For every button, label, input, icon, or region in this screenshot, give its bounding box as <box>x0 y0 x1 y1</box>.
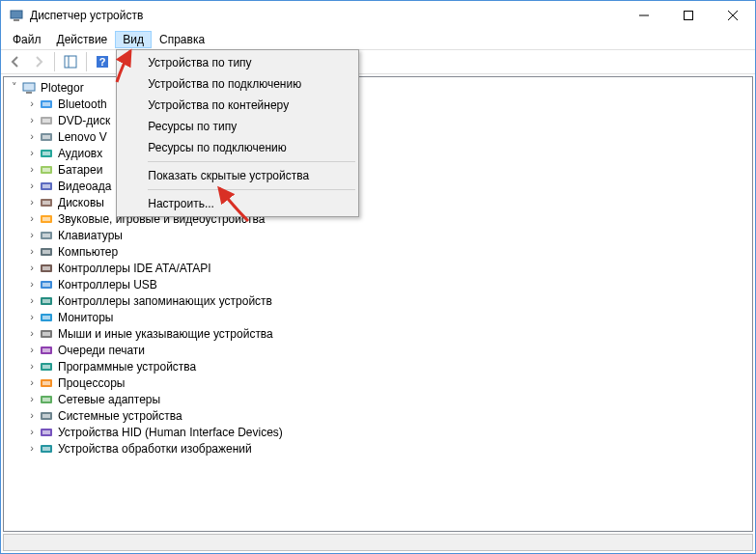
svg-rect-17 <box>42 135 50 139</box>
expand-icon[interactable]: › <box>25 230 39 240</box>
view-show-hidden-devices[interactable]: Показать скрытые устройства <box>119 165 356 186</box>
tree-node[interactable]: ›Очереди печати <box>25 342 752 358</box>
expand-icon[interactable]: › <box>25 345 39 355</box>
collapse-icon[interactable]: ˅ <box>8 82 21 93</box>
tree-node-label: Видеоада <box>58 180 111 193</box>
svg-rect-47 <box>42 381 50 385</box>
tree-node-label: Батареи <box>58 163 102 177</box>
tree-node[interactable]: ›Программные устройства <box>25 358 752 374</box>
expand-icon[interactable]: › <box>25 427 39 437</box>
expand-icon[interactable]: › <box>25 164 39 175</box>
menu-separator <box>148 161 355 162</box>
svg-rect-6 <box>65 56 76 68</box>
tree-node[interactable]: ›Компьютер <box>25 243 752 260</box>
svg-rect-39 <box>42 316 50 319</box>
expand-icon[interactable]: › <box>25 443 39 454</box>
tree-node-label: Контроллеры запоминающих устройств <box>58 294 272 308</box>
statusbar <box>3 534 753 551</box>
imaging-device-icon <box>39 441 54 457</box>
svg-rect-15 <box>42 119 50 123</box>
expand-icon[interactable]: › <box>25 394 39 404</box>
menu-help[interactable]: Справка <box>152 31 212 48</box>
tree-node-label: Очереди печати <box>58 344 145 357</box>
expand-icon[interactable]: › <box>25 279 39 290</box>
expand-icon[interactable]: › <box>25 263 39 273</box>
system-device-icon <box>39 408 54 424</box>
tree-node[interactable]: ›Мыши и иные указывающие устройства <box>25 325 752 342</box>
expand-icon[interactable]: › <box>25 295 39 306</box>
svg-rect-37 <box>42 299 50 303</box>
expand-icon[interactable]: › <box>25 328 39 339</box>
tree-node-label: Системные устройства <box>58 409 182 423</box>
tree-node[interactable]: ›Процессоры <box>25 374 752 391</box>
expand-icon[interactable]: › <box>25 361 39 372</box>
back-button[interactable] <box>5 51 26 72</box>
expand-icon[interactable]: › <box>25 377 39 388</box>
svg-rect-19 <box>42 152 50 155</box>
menu-view[interactable]: Вид Устройства по типу Устройства по под… <box>115 31 152 48</box>
generic-device-icon <box>39 129 54 145</box>
maximize-button[interactable] <box>666 1 711 30</box>
view-resources-by-type[interactable]: Ресурсы по типу <box>119 116 356 137</box>
expand-icon[interactable]: › <box>25 115 39 125</box>
tree-node-label: Устройства обработки изображений <box>58 442 252 456</box>
tree-node[interactable]: ›Контроллеры запоминающих устройств <box>25 292 752 309</box>
keyboard-icon <box>39 228 54 243</box>
svg-rect-45 <box>42 365 50 369</box>
view-resources-by-connection[interactable]: Ресурсы по подключению <box>119 137 356 158</box>
expand-icon[interactable]: › <box>25 180 39 191</box>
ide-controller-icon <box>39 261 54 276</box>
tree-node-label: Компьютер <box>58 245 118 259</box>
toolbar: ? <box>1 49 755 74</box>
computer-icon <box>21 80 37 96</box>
svg-rect-27 <box>42 217 50 221</box>
tree-root-label: Plotegor <box>41 81 84 95</box>
expand-icon[interactable]: › <box>25 197 39 208</box>
forward-button[interactable] <box>28 51 49 72</box>
view-devices-by-connection[interactable]: Устройства по подключению <box>119 73 356 95</box>
svg-rect-11 <box>26 92 32 94</box>
tree-node-label: Аудиовх <box>58 147 102 160</box>
expand-icon[interactable]: › <box>25 98 39 109</box>
toolbar-separator <box>86 52 87 71</box>
view-customize[interactable]: Настроить... <box>119 193 356 214</box>
menubar: Файл Действие Вид Устройства по типу Уст… <box>1 30 755 49</box>
expand-icon[interactable]: › <box>25 131 39 142</box>
view-devices-by-type[interactable]: Устройства по типу <box>119 52 356 73</box>
minimize-button[interactable] <box>622 1 666 30</box>
tree-node[interactable]: ›Контроллеры USB <box>25 276 752 292</box>
tree-node[interactable]: ›Клавиатуры <box>25 227 752 243</box>
view-devices-by-container[interactable]: Устройства по контейнеру <box>119 95 356 116</box>
tree-node[interactable]: ›Контроллеры IDE ATA/ATAPI <box>25 260 752 276</box>
expand-icon[interactable]: › <box>25 410 39 421</box>
sound-icon <box>39 211 54 227</box>
expand-icon[interactable]: › <box>25 148 39 158</box>
svg-rect-53 <box>42 430 50 434</box>
expand-icon[interactable]: › <box>25 213 39 224</box>
tree-node[interactable]: ›Устройства обработки изображений <box>25 440 752 457</box>
tree-node[interactable]: ›Устройства HID (Human Interface Devices… <box>25 424 752 440</box>
tree-node-label: Lenovo V <box>58 130 107 144</box>
tree-node-label: DVD-диск <box>58 114 110 127</box>
menu-action[interactable]: Действие <box>49 31 116 48</box>
device-manager-window: Диспетчер устройств Файл Действие Вид Ус… <box>0 0 756 554</box>
tree-node-label: Контроллеры IDE ATA/ATAPI <box>58 262 211 275</box>
tree-node[interactable]: ›Сетевые адаптеры <box>25 391 752 407</box>
svg-rect-33 <box>42 266 50 270</box>
window-title: Диспетчер устройств <box>30 9 143 22</box>
menu-file[interactable]: Файл <box>5 31 49 48</box>
app-icon <box>9 8 24 23</box>
svg-rect-23 <box>42 184 50 188</box>
tree-node[interactable]: ›Мониторы <box>25 309 752 325</box>
monitor-icon <box>39 310 54 325</box>
svg-rect-55 <box>42 447 50 451</box>
help-button[interactable]: ? <box>92 51 113 72</box>
expand-icon[interactable]: › <box>25 246 39 257</box>
svg-rect-43 <box>42 348 50 352</box>
tree-node[interactable]: ›Системные устройства <box>25 407 752 424</box>
show-hide-console-tree-button[interactable] <box>60 51 81 72</box>
expand-icon[interactable]: › <box>25 312 39 322</box>
tree-node-label: Bluetooth <box>58 97 107 111</box>
close-button[interactable] <box>711 1 755 30</box>
disk-drive-icon <box>39 195 54 210</box>
